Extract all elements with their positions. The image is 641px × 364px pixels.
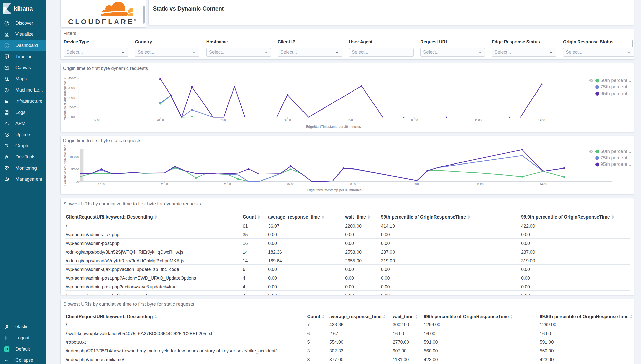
- svg-text:EdgeStartTimestamp per 30 minu: EdgeStartTimestamp per 30 minutes: [306, 125, 361, 129]
- svg-text:75th percent...: 75th percent...: [600, 84, 631, 89]
- svg-text:50th percent...: 50th percent...: [600, 78, 631, 83]
- svg-text:75th percent...: 75th percent...: [600, 155, 631, 160]
- svg-text:17:00: 17:00: [93, 119, 100, 122]
- svg-text:200.00: 200.00: [68, 96, 76, 99]
- svg-text:02:00: 02:00: [284, 119, 291, 122]
- svg-text:05:00: 05:00: [348, 119, 354, 122]
- svg-text:17:00: 17:00: [98, 183, 105, 186]
- svg-text:400.00: 400.00: [68, 77, 76, 80]
- svg-text:0.00: 0.00: [71, 116, 76, 119]
- svg-text:0.00: 0.00: [74, 180, 79, 183]
- svg-text:08:00: 08:00: [411, 119, 418, 122]
- svg-text:100.00: 100.00: [68, 106, 76, 109]
- svg-text:23:00: 23:00: [220, 119, 227, 122]
- svg-text:500.00: 500.00: [71, 168, 79, 171]
- svg-text:300.00: 300.00: [68, 86, 76, 89]
- svg-text:23:00: 23:00: [224, 183, 231, 186]
- svg-text:Percentiles of OriginResponseT: Percentiles of OriginResponseTi…: [63, 76, 66, 121]
- svg-text:11:00: 11:00: [477, 183, 484, 186]
- svg-text:20:00: 20:00: [161, 183, 168, 186]
- svg-text:50th percent...: 50th percent...: [600, 149, 631, 154]
- svg-text:08:00: 08:00: [414, 183, 420, 186]
- svg-text:20:00: 20:00: [157, 119, 164, 122]
- svg-text:Percentiles of OriginResponse: Percentiles of OriginResponse: [63, 145, 66, 186]
- svg-text:11:00: 11:00: [475, 119, 482, 122]
- svg-text:05:00: 05:00: [350, 183, 357, 186]
- svg-text:95th percent...: 95th percent...: [600, 161, 631, 167]
- svg-text:14:00: 14:00: [540, 183, 547, 186]
- svg-text:14:00: 14:00: [538, 119, 545, 122]
- svg-text:EdgeStartTimestamp per 30 minu: EdgeStartTimestamp per 30 minutes: [307, 188, 362, 192]
- svg-text:02:00: 02:00: [287, 183, 294, 186]
- svg-text:95th percent...: 95th percent...: [600, 91, 631, 96]
- svg-text:1000.00: 1000.00: [70, 155, 79, 158]
